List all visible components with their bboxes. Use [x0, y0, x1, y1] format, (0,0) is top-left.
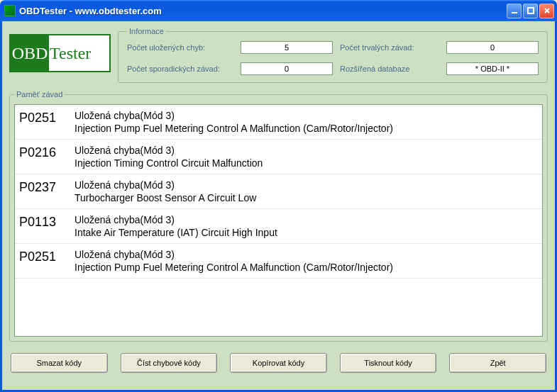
- fault-text: Uložená chyba(Mód 3)Turbocharger Boost S…: [75, 179, 538, 204]
- window-buttons: [507, 4, 554, 18]
- fault-status: Uložená chyba(Mód 3): [75, 144, 538, 157]
- fault-status: Uložená chyba(Mód 3): [75, 248, 538, 261]
- fault-code: P0251: [19, 248, 75, 274]
- logo: OBD Tester: [9, 34, 111, 72]
- client-area: OBD Tester Informace Počet uložených chy…: [0, 21, 557, 392]
- permanent-faults-value: 0: [446, 41, 539, 54]
- svg-rect-0: [512, 12, 517, 13]
- fault-text: Uložená chyba(Mód 3)Injection Pump Fuel …: [75, 248, 538, 274]
- fault-row[interactable]: P0216Uložená chyba(Mód 3)Injection Timin…: [15, 140, 542, 174]
- ext-db-value: * OBD-II *: [446, 62, 539, 75]
- print-codes-button[interactable]: Tisknout kódy: [340, 353, 437, 373]
- fault-row[interactable]: P0251Uložená chyba(Mód 3)Injection Pump …: [15, 105, 542, 140]
- minimize-button[interactable]: [507, 4, 522, 18]
- clear-codes-button[interactable]: Smazat kódy: [11, 353, 108, 373]
- fault-description: Injection Pump Fuel Metering Control A M…: [75, 122, 538, 135]
- read-codes-button[interactable]: Číst chybové kódy: [121, 353, 218, 373]
- app-icon: [4, 5, 16, 16]
- window-title: OBDTester - www.obdtester.com: [19, 6, 507, 16]
- info-panel: Informace Počet uložených chyb: 5 Počet …: [118, 27, 548, 83]
- close-button[interactable]: [539, 4, 554, 18]
- svg-rect-1: [528, 8, 534, 13]
- fault-text: Uložená chyba(Mód 3)Injection Timing Con…: [75, 144, 538, 169]
- maximize-button[interactable]: [523, 4, 538, 18]
- stored-errors-value: 5: [241, 41, 333, 54]
- fault-text: Uložená chyba(Mód 3)Intake Air Temperatu…: [75, 213, 538, 239]
- sporadic-faults-label: Počet sporadických závad:: [127, 65, 233, 73]
- sporadic-faults-value: 0: [241, 62, 333, 75]
- fault-description: Turbocharger Boost Sensor A Circuit Low: [75, 191, 538, 204]
- ext-db-label: Rozšířená databaze: [340, 65, 439, 73]
- fault-list[interactable]: P0251Uložená chyba(Mód 3)Injection Pump …: [14, 104, 543, 337]
- copy-codes-button[interactable]: Kopírovat kódy: [230, 353, 327, 373]
- fault-status: Uložená chyba(Mód 3): [75, 179, 538, 191]
- fault-row[interactable]: P0237Uložená chyba(Mód 3)Turbocharger Bo…: [15, 174, 542, 209]
- fault-text: Uložená chyba(Mód 3)Injection Pump Fuel …: [75, 109, 538, 135]
- fault-code: P0113: [19, 213, 75, 239]
- fault-status: Uložená chyba(Mód 3): [75, 109, 538, 122]
- fault-status: Uložená chyba(Mód 3): [75, 213, 538, 226]
- fault-description: Injection Timing Control Circuit Malfunc…: [75, 157, 538, 169]
- fault-description: Intake Air Temperature (IAT) Circuit Hig…: [75, 226, 538, 239]
- fault-memory-panel: Paměť závad P0251Uložená chyba(Mód 3)Inj…: [9, 90, 548, 342]
- fault-code: P0237: [19, 179, 75, 204]
- logo-right: Tester: [49, 35, 109, 71]
- fault-description: Injection Pump Fuel Metering Control A M…: [75, 261, 538, 274]
- stored-errors-label: Počet uložených chyb:: [127, 43, 233, 52]
- button-row: Smazat kódy Číst chybové kódy Kopírovat …: [9, 353, 548, 373]
- permanent-faults-label: Počet trvalých závad:: [340, 43, 439, 52]
- fault-code: P0216: [19, 144, 75, 169]
- logo-left: OBD: [11, 35, 49, 71]
- fault-memory-legend: Paměť závad: [14, 90, 65, 99]
- fault-code: P0251: [19, 109, 75, 135]
- fault-row[interactable]: P0251Uložená chyba(Mód 3)Injection Pump …: [15, 244, 542, 279]
- back-button[interactable]: Zpět: [449, 353, 546, 373]
- info-legend: Informace: [127, 27, 166, 35]
- fault-row[interactable]: P0113Uložená chyba(Mód 3)Intake Air Temp…: [15, 209, 542, 244]
- titlebar: OBDTester - www.obdtester.com: [0, 0, 557, 21]
